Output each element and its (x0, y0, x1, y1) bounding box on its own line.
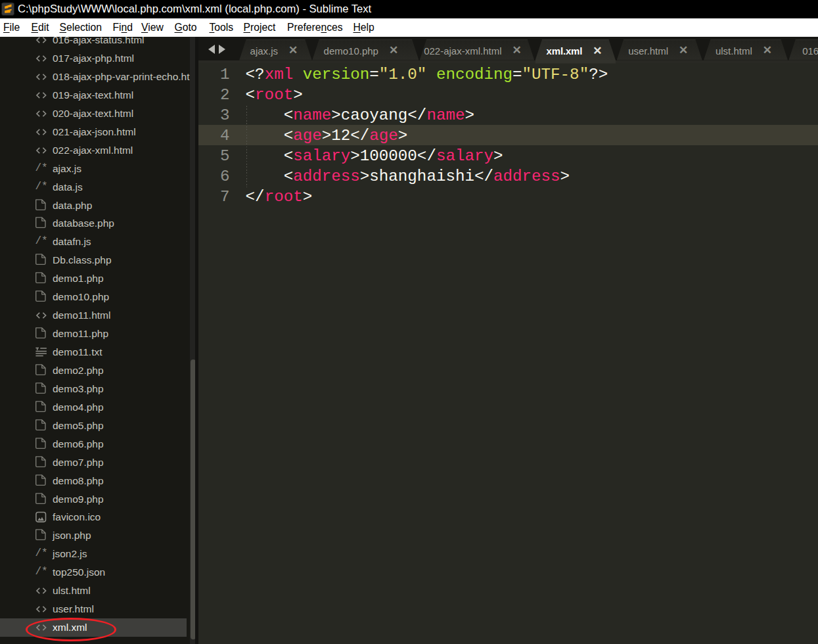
svg-text:/*: /* (35, 162, 48, 173)
svg-text:/*: /* (35, 180, 48, 192)
svg-text:/*: /* (35, 547, 48, 559)
svg-text:/*: /* (35, 566, 48, 578)
svg-text:/*: /* (35, 235, 48, 247)
